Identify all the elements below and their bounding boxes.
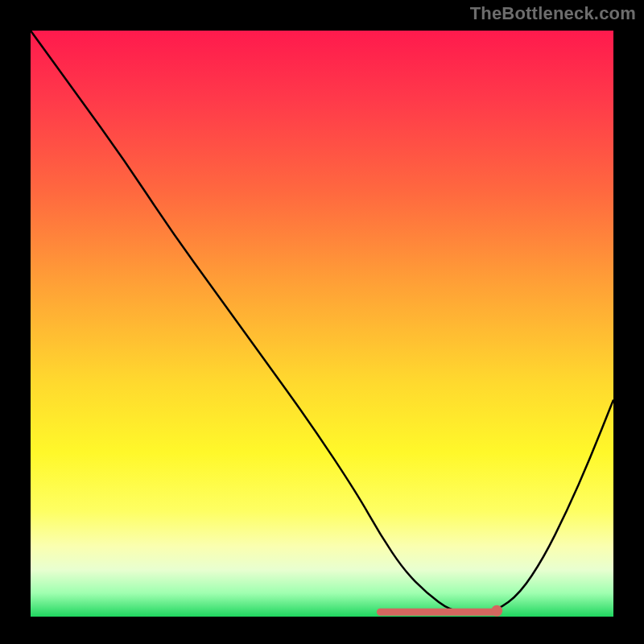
chart-stage: TheBottleneck.com [0,0,644,644]
plot-area [31,31,613,617]
curve-layer [31,31,613,617]
watermark-text: TheBottleneck.com [470,5,636,23]
marker-dot [491,605,502,617]
bottleneck-curve [31,31,613,613]
